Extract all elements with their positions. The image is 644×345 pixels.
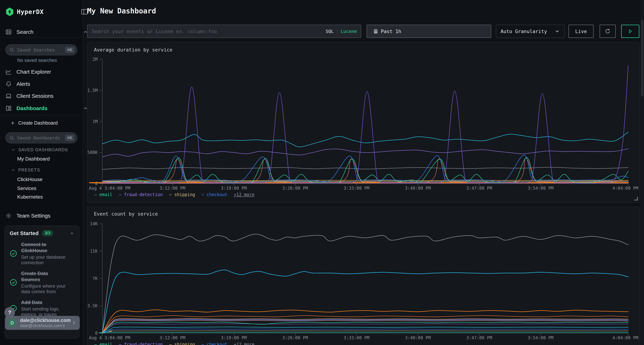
svg-text:4:04:00 PM: 4:04:00 PM bbox=[612, 335, 638, 340]
check-circle-icon bbox=[10, 250, 17, 257]
live-button[interactable]: Live bbox=[568, 25, 594, 38]
sidebar-item-search[interactable]: Search bbox=[0, 27, 94, 37]
svg-text:0: 0 bbox=[95, 331, 98, 336]
step-desc: Configure where your data comes from bbox=[21, 283, 68, 295]
line-chart-icon bbox=[5, 69, 12, 75]
granularity-value: Auto Granularity bbox=[500, 28, 547, 34]
svg-text:3:19:00 PM: 3:19:00 PM bbox=[221, 186, 247, 191]
legend-item[interactable]: — email bbox=[94, 192, 112, 197]
plus-icon bbox=[10, 121, 15, 125]
svg-text:500K: 500K bbox=[88, 150, 98, 155]
chevron-up-icon[interactable] bbox=[70, 231, 74, 236]
chart-title: Event count by service bbox=[94, 211, 158, 217]
legend-item[interactable]: — shipping bbox=[169, 192, 195, 197]
chart-legend: — email— fraud-detection— shipping— chec… bbox=[94, 192, 254, 197]
step-title: Add Data bbox=[21, 300, 66, 306]
legend-item[interactable]: — checkout bbox=[202, 342, 227, 345]
svg-text:3:47:00 PM: 3:47:00 PM bbox=[466, 335, 492, 340]
create-dashboard-button[interactable]: Create Dashboard bbox=[0, 119, 93, 127]
svg-text:3:40:00 PM: 3:40:00 PM bbox=[405, 186, 431, 191]
event-search-input[interactable] bbox=[92, 28, 326, 34]
chevron-right-icon bbox=[71, 320, 76, 326]
legend-item[interactable]: — fraud-detection bbox=[119, 342, 163, 345]
event-search-bar[interactable]: SQL | Lucene bbox=[87, 25, 361, 38]
sidebar-item-chart-explorer[interactable]: Chart Explorer bbox=[0, 67, 94, 77]
chevron-down-icon bbox=[554, 28, 560, 34]
legend-item[interactable]: — fraud-detection bbox=[119, 192, 163, 197]
legend-item[interactable]: — shipping bbox=[169, 342, 195, 345]
section-presets[interactable]: PRESETS bbox=[0, 167, 94, 172]
granularity-select[interactable]: Auto Granularity bbox=[496, 25, 564, 38]
get-started-step-sources[interactable]: Create Data Sources Configure where your… bbox=[10, 271, 74, 295]
svg-text:Aug 4 3:04:00 PM: Aug 4 3:04:00 PM bbox=[89, 335, 130, 340]
svg-text:3:12:00 PM: 3:12:00 PM bbox=[160, 335, 186, 340]
chart-panel-avg-duration: Average duration by service 2M1.5M1M500K… bbox=[87, 42, 640, 203]
step-title: Create Data Sources bbox=[21, 271, 66, 283]
create-dashboard-label: Create Dashboard bbox=[18, 120, 58, 126]
series-line bbox=[102, 331, 628, 333]
calendar-icon bbox=[373, 28, 378, 34]
page-scrollbar[interactable] bbox=[640, 0, 644, 345]
sidebar-item-dashboards[interactable]: Dashboards bbox=[0, 103, 94, 113]
saved-searches-field[interactable] bbox=[17, 47, 65, 53]
step-desc: Start sending logs, metrics, or traces bbox=[21, 306, 68, 317]
saved-searches-input[interactable]: ⌘K bbox=[5, 44, 77, 55]
legend-more-link[interactable]: +12 more bbox=[234, 192, 254, 197]
shortcut-badge: ⌘K bbox=[65, 135, 74, 141]
chevron-down-icon bbox=[11, 148, 16, 152]
panel-resize-handle[interactable] bbox=[634, 197, 638, 200]
search-icon bbox=[9, 47, 14, 52]
sidebar-divider bbox=[0, 37, 83, 37]
sidebar-item-team-settings[interactable]: Team Settings bbox=[0, 211, 94, 221]
sidebar-item-label: Dashboards bbox=[16, 105, 83, 111]
run-query-button[interactable] bbox=[621, 25, 639, 38]
dashboard-toolbar: SQL | Lucene Past 1h Auto Granularity Li… bbox=[87, 25, 639, 38]
svg-text:0: 0 bbox=[95, 181, 98, 186]
user-account-chip[interactable]: D dale@clickhouse.com dale@clickhouse.co… bbox=[5, 316, 80, 330]
shortcut-badge: ⌘K bbox=[65, 47, 74, 53]
svg-text:14K: 14K bbox=[90, 221, 98, 226]
help-button[interactable]: ? bbox=[4, 307, 15, 318]
time-range-value: Past 1h bbox=[381, 28, 401, 34]
user-team: dale@clickhouse.com's bbox=[20, 323, 71, 328]
svg-text:2M: 2M bbox=[92, 57, 98, 62]
time-range-picker[interactable]: Past 1h bbox=[366, 25, 491, 38]
series-line bbox=[102, 324, 628, 333]
svg-text:3:19:00 PM: 3:19:00 PM bbox=[221, 335, 247, 340]
sidebar-item-label: Alerts bbox=[16, 81, 88, 87]
sidebar-item-label: Team Settings bbox=[16, 213, 88, 219]
logs-icon bbox=[5, 29, 12, 35]
page-title: My New Dashboard bbox=[87, 7, 156, 15]
legend-item[interactable]: — checkout bbox=[202, 192, 227, 197]
user-email: dale@clickhouse.com bbox=[20, 318, 71, 323]
refresh-button[interactable] bbox=[600, 25, 616, 38]
chevron-down-icon bbox=[11, 168, 16, 172]
sidebar-item-alerts[interactable]: Alerts bbox=[0, 79, 94, 89]
sidebar-item-client-sessions[interactable]: Client Sessions bbox=[0, 91, 94, 101]
language-toggle-lucene[interactable]: Lucene bbox=[341, 29, 357, 34]
laptop-icon bbox=[5, 93, 12, 99]
scrollbar-thumb[interactable] bbox=[641, 20, 644, 96]
section-label: SAVED DASHBOARDS bbox=[18, 147, 68, 152]
svg-text:1.5M: 1.5M bbox=[88, 88, 98, 93]
get-started-step-add-data[interactable]: Add Data Start sending logs, metrics, or… bbox=[10, 300, 74, 317]
get-started-step-connect[interactable]: Connect to ClickHouse Set up your databa… bbox=[10, 242, 74, 266]
bell-icon bbox=[5, 81, 12, 87]
get-started-title: Get Started bbox=[10, 230, 39, 236]
sidebar-divider bbox=[0, 115, 83, 115]
play-icon bbox=[628, 28, 633, 34]
svg-text:3:26:00 PM: 3:26:00 PM bbox=[282, 186, 308, 191]
saved-dashboards-field[interactable] bbox=[17, 135, 65, 141]
chart-legend: — email— fraud-detection— shipping— chec… bbox=[94, 342, 254, 345]
legend-item[interactable]: — email bbox=[94, 342, 112, 345]
legend-more-link[interactable]: +12 more bbox=[234, 342, 254, 345]
section-saved-dashboards[interactable]: SAVED DASHBOARDS bbox=[0, 147, 94, 152]
logo-row: HyperDX bbox=[0, 6, 94, 17]
saved-dashboards-input[interactable]: ⌘K bbox=[5, 132, 77, 143]
search-icon bbox=[9, 135, 14, 140]
svg-text:3:12:00 PM: 3:12:00 PM bbox=[160, 186, 186, 191]
svg-text:3:47:00 PM: 3:47:00 PM bbox=[466, 186, 492, 191]
svg-text:3.5K: 3.5K bbox=[88, 303, 98, 308]
avatar: D bbox=[8, 318, 17, 328]
language-toggle-sql[interactable]: SQL bbox=[326, 29, 334, 34]
